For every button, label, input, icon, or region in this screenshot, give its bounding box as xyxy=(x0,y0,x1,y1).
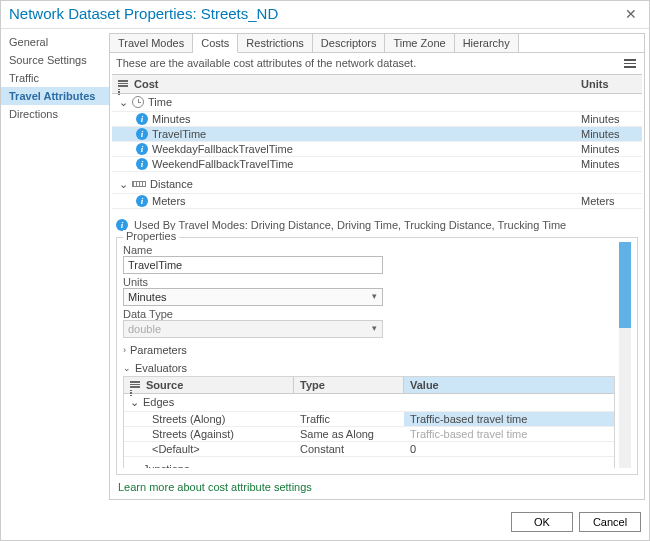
description-row: These are the available cost attributes … xyxy=(110,53,644,74)
titlebar: Network Dataset Properties: Streets_ND ✕ xyxy=(1,1,649,29)
tab-costs[interactable]: Costs xyxy=(193,34,238,53)
eval-group-junctions[interactable]: ⌄ Junctions xyxy=(124,461,614,469)
info-icon: i xyxy=(136,195,148,207)
tab-hierarchy[interactable]: Hierarchy xyxy=(455,34,519,52)
clock-icon xyxy=(132,96,144,108)
dialog: Network Dataset Properties: Streets_ND ✕… xyxy=(0,0,650,541)
tabstrip: Travel Modes Costs Restrictions Descript… xyxy=(110,34,644,53)
units-label: Units xyxy=(123,276,615,288)
dialog-body: General Source Settings Traffic Travel A… xyxy=(1,29,649,504)
grid-header: Cost Units xyxy=(112,74,642,94)
col-cost: Cost xyxy=(134,78,158,90)
cost-row[interactable]: iMeters Meters xyxy=(112,194,642,209)
cost-row[interactable]: iTravelTime Minutes xyxy=(112,127,642,142)
learn-more-link[interactable]: Learn more about cost attribute settings xyxy=(110,475,644,499)
cost-row[interactable]: iWeekendFallbackTravelTime Minutes xyxy=(112,157,642,172)
datatype-label: Data Type xyxy=(123,308,615,320)
name-input[interactable] xyxy=(123,256,383,274)
chevron-down-icon: ⌄ xyxy=(130,396,139,409)
col-units: Units xyxy=(581,78,636,90)
ruler-icon xyxy=(132,181,146,187)
sidebar-item-travel-attributes[interactable]: Travel Attributes xyxy=(1,87,109,105)
sidebar-item-source-settings[interactable]: Source Settings xyxy=(1,51,109,69)
main-panel: Travel Modes Costs Restrictions Descript… xyxy=(109,33,645,500)
sidebar-item-traffic[interactable]: Traffic xyxy=(1,69,109,87)
tab-travel-modes[interactable]: Travel Modes xyxy=(110,34,193,52)
menu-icon[interactable] xyxy=(622,57,638,70)
used-by-text: Used By Travel Modes: Driving Distance, … xyxy=(134,219,566,231)
scrollbar-thumb[interactable] xyxy=(619,242,631,328)
tab-time-zone[interactable]: Time Zone xyxy=(385,34,454,52)
info-icon: i xyxy=(136,143,148,155)
info-icon: i xyxy=(136,128,148,140)
units-select[interactable]: Minutes xyxy=(123,288,383,306)
ok-button[interactable]: OK xyxy=(511,512,573,532)
parameters-toggle[interactable]: › Parameters xyxy=(123,344,615,356)
group-time[interactable]: ⌄ Time xyxy=(112,94,642,112)
sidebar: General Source Settings Traffic Travel A… xyxy=(1,29,109,504)
name-label: Name xyxy=(123,244,615,256)
cost-row[interactable]: iWeekdayFallbackTravelTime Minutes xyxy=(112,142,642,157)
chevron-right-icon: › xyxy=(123,345,126,355)
list-icon xyxy=(130,381,140,388)
used-by-row: i Used By Travel Modes: Driving Distance… xyxy=(110,213,644,235)
chevron-down-icon: ⌄ xyxy=(123,363,131,373)
evaluators-header: Source Type Value xyxy=(124,377,614,394)
evaluators-table: Source Type Value ⌄ Edges Streets (Along… xyxy=(123,376,615,469)
cancel-button[interactable]: Cancel xyxy=(579,512,641,532)
cost-row[interactable]: iMinutes Minutes xyxy=(112,112,642,127)
eval-row[interactable]: <Default> Constant 0 xyxy=(124,442,614,457)
eval-row[interactable]: Streets (Against) Same as Along Traffic-… xyxy=(124,427,614,442)
dialog-title: Network Dataset Properties: Streets_ND xyxy=(9,5,621,22)
properties-box: Properties Name Units Minutes Data Type … xyxy=(116,237,638,476)
tab-restrictions[interactable]: Restrictions xyxy=(238,34,312,52)
tab-descriptors[interactable]: Descriptors xyxy=(313,34,386,52)
properties-legend: Properties xyxy=(123,230,179,242)
chevron-down-icon: ⌄ xyxy=(130,463,139,469)
tab-description: These are the available cost attributes … xyxy=(116,57,416,69)
datatype-select: double xyxy=(123,320,383,338)
chevron-down-icon[interactable]: ⌄ xyxy=(118,178,128,191)
eval-row[interactable]: Streets (Along) Traffic Traffic-based tr… xyxy=(124,412,614,427)
scrollbar[interactable] xyxy=(619,242,631,469)
eval-group-edges[interactable]: ⌄ Edges xyxy=(124,394,614,412)
sidebar-item-directions[interactable]: Directions xyxy=(1,105,109,123)
list-icon xyxy=(118,80,128,87)
group-time-label: Time xyxy=(148,96,172,108)
group-distance[interactable]: ⌄ Distance xyxy=(112,176,642,194)
info-icon: i xyxy=(136,113,148,125)
footer: OK Cancel xyxy=(1,504,649,540)
cost-grid: Cost Units ⌄ Time iMinutes Minutes iTrav… xyxy=(110,74,644,213)
close-icon[interactable]: ✕ xyxy=(621,6,641,22)
info-icon: i xyxy=(136,158,148,170)
evaluators-toggle[interactable]: ⌄ Evaluators xyxy=(123,362,615,374)
chevron-down-icon[interactable]: ⌄ xyxy=(118,96,128,109)
group-distance-label: Distance xyxy=(150,178,193,190)
sidebar-item-general[interactable]: General xyxy=(1,33,109,51)
